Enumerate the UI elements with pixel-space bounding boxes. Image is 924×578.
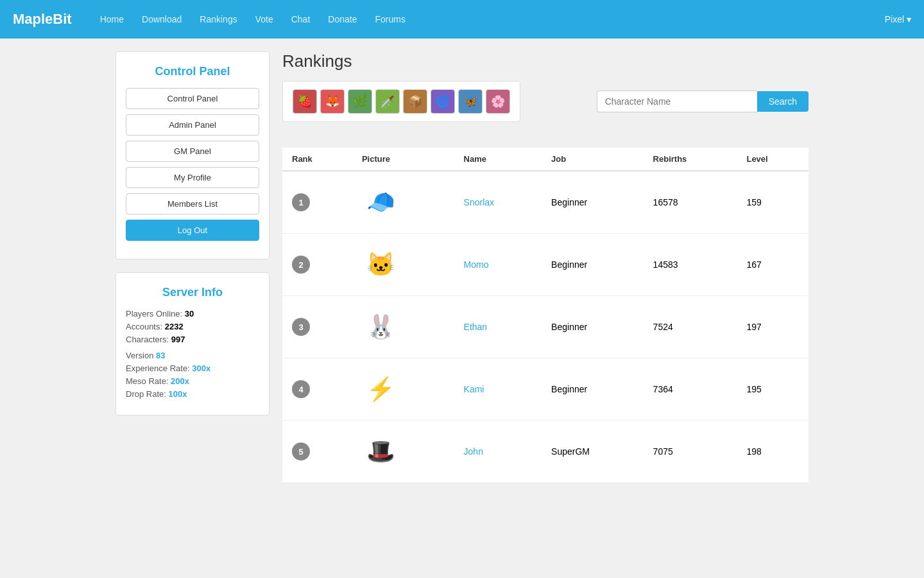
version-info: Version 83 bbox=[126, 351, 259, 360]
job-icon-7[interactable]: 🦋 bbox=[458, 89, 483, 114]
rank-badge: 5 bbox=[292, 442, 310, 460]
accounts-value: 2232 bbox=[165, 322, 184, 331]
members-list-btn[interactable]: Members List bbox=[126, 193, 259, 215]
col-level: Level bbox=[737, 148, 809, 171]
drop-rate-info: Drop Rate: 100x bbox=[126, 389, 259, 399]
table-row: 5 🎩 John SuperGM 7075 198 bbox=[282, 421, 809, 483]
nav-rankings[interactable]: Rankings bbox=[191, 14, 246, 24]
rebirths-cell: 7364 bbox=[644, 358, 737, 421]
rebirths-cell: 16578 bbox=[644, 171, 737, 234]
job-icon-2[interactable]: 🦊 bbox=[320, 89, 345, 114]
level-cell: 198 bbox=[737, 421, 809, 483]
table-row: 2 🐱 Momo Beginner 14583 167 bbox=[282, 234, 809, 296]
rank-badge: 4 bbox=[292, 380, 310, 398]
content-area: Rankings 🍓 🦊 🌿 🗡️ 📦 🌀 🦋 🌸 Search bbox=[282, 51, 809, 483]
char-avatar: 🐱 bbox=[362, 239, 400, 290]
user-menu[interactable]: Pixel ▾ bbox=[885, 14, 911, 24]
players-online-value: 30 bbox=[185, 309, 194, 319]
name-cell: John bbox=[454, 421, 542, 483]
table-row: 3 🐰 Ethan Beginner 7524 197 bbox=[282, 296, 809, 358]
job-icon-4[interactable]: 🗡️ bbox=[375, 89, 400, 114]
search-button[interactable]: Search bbox=[757, 91, 809, 112]
job-icon-8[interactable]: 🌸 bbox=[486, 89, 510, 114]
nav-vote[interactable]: Vote bbox=[246, 14, 282, 24]
meso-rate-info: Meso Rate: 200x bbox=[126, 376, 259, 386]
page-title: Rankings bbox=[282, 51, 809, 71]
level-cell: 195 bbox=[737, 358, 809, 421]
char-name-link[interactable]: Ethan bbox=[464, 322, 488, 332]
rank-badge: 3 bbox=[292, 318, 310, 336]
rank-badge: 2 bbox=[292, 256, 310, 274]
char-name-link[interactable]: Snorlax bbox=[464, 197, 494, 207]
col-job: Job bbox=[542, 148, 644, 171]
name-cell: Momo bbox=[454, 234, 542, 296]
search-input[interactable] bbox=[597, 91, 757, 112]
rebirths-cell: 14583 bbox=[644, 234, 737, 296]
table-row: 1 🧢 Snorlax Beginner 16578 159 bbox=[282, 171, 809, 234]
exp-rate-value: 300x bbox=[192, 363, 210, 373]
characters-value: 997 bbox=[171, 335, 185, 344]
control-panel-btn[interactable]: Control Panel bbox=[126, 88, 259, 109]
rebirths-cell: 7075 bbox=[644, 421, 737, 483]
search-bar: Search bbox=[597, 91, 809, 112]
col-name: Name bbox=[454, 148, 542, 171]
job-icon-1[interactable]: 🍓 bbox=[293, 89, 317, 114]
picture-cell: 🐱 bbox=[352, 234, 454, 296]
char-avatar: 🧢 bbox=[362, 177, 400, 228]
server-info-title: Server Info bbox=[126, 286, 259, 299]
control-panel-title: Control Panel bbox=[126, 65, 259, 78]
job-cell: Beginner bbox=[542, 296, 644, 358]
table-header: Rank Picture Name Job Rebirths Level bbox=[282, 148, 809, 171]
table-row: 4 ⚡ Kami Beginner 7364 195 bbox=[282, 358, 809, 421]
gm-panel-btn[interactable]: GM Panel bbox=[126, 141, 259, 162]
name-cell: Snorlax bbox=[454, 171, 542, 234]
nav-donate[interactable]: Donate bbox=[319, 14, 366, 24]
brand-logo[interactable]: MapleBit bbox=[13, 11, 72, 28]
rank-cell: 1 bbox=[282, 171, 352, 234]
picture-cell: ⚡ bbox=[352, 358, 454, 421]
job-icon-6[interactable]: 🌀 bbox=[431, 89, 455, 114]
filter-search-row: 🍓 🦊 🌿 🗡️ 📦 🌀 🦋 🌸 Search bbox=[282, 81, 809, 135]
job-icon-3[interactable]: 🌿 bbox=[348, 89, 372, 114]
nav-home[interactable]: Home bbox=[91, 14, 133, 24]
level-cell: 159 bbox=[737, 171, 809, 234]
nav-forums[interactable]: Forums bbox=[366, 14, 414, 24]
drop-rate-value: 100x bbox=[169, 389, 187, 399]
server-info-card: Server Info Players Online: 30 Accounts:… bbox=[116, 272, 270, 416]
admin-panel-btn[interactable]: Admin Panel bbox=[126, 114, 259, 136]
picture-cell: 🧢 bbox=[352, 171, 454, 234]
picture-cell: 🎩 bbox=[352, 421, 454, 483]
name-cell: Kami bbox=[454, 358, 542, 421]
col-picture: Picture bbox=[352, 148, 454, 171]
char-avatar: 🎩 bbox=[362, 426, 400, 477]
char-name-link[interactable]: John bbox=[464, 446, 483, 457]
job-icon-5[interactable]: 📦 bbox=[403, 89, 427, 114]
control-panel-card: Control Panel Control Panel Admin Panel … bbox=[116, 51, 270, 259]
logout-btn[interactable]: Log Out bbox=[126, 220, 259, 241]
table-body: 1 🧢 Snorlax Beginner 16578 159 2 🐱 Momo … bbox=[282, 171, 809, 483]
rankings-table: Rank Picture Name Job Rebirths Level 1 🧢… bbox=[282, 148, 809, 483]
rank-badge: 1 bbox=[292, 193, 310, 211]
nav-chat[interactable]: Chat bbox=[282, 14, 320, 24]
name-cell: Ethan bbox=[454, 296, 542, 358]
characters-info: Characters: 997 bbox=[126, 335, 259, 344]
rebirths-cell: 7524 bbox=[644, 296, 737, 358]
rank-cell: 4 bbox=[282, 358, 352, 421]
exp-rate-info: Experience Rate: 300x bbox=[126, 363, 259, 373]
char-name-link[interactable]: Momo bbox=[464, 259, 489, 270]
col-rebirths: Rebirths bbox=[644, 148, 737, 171]
rank-cell: 3 bbox=[282, 296, 352, 358]
nav-download[interactable]: Download bbox=[133, 14, 191, 24]
col-rank: Rank bbox=[282, 148, 352, 171]
main-container: Control Panel Control Panel Admin Panel … bbox=[109, 51, 815, 483]
job-cell: Beginner bbox=[542, 171, 644, 234]
level-cell: 167 bbox=[737, 234, 809, 296]
sidebar: Control Panel Control Panel Admin Panel … bbox=[116, 51, 270, 483]
char-avatar: 🐰 bbox=[362, 301, 400, 353]
my-profile-btn[interactable]: My Profile bbox=[126, 167, 259, 188]
job-cell: Beginner bbox=[542, 234, 644, 296]
rank-cell: 5 bbox=[282, 421, 352, 483]
char-name-link[interactable]: Kami bbox=[464, 384, 484, 394]
nav-links: Home Download Rankings Vote Chat Donate … bbox=[91, 14, 885, 24]
version-value: 83 bbox=[156, 351, 165, 360]
